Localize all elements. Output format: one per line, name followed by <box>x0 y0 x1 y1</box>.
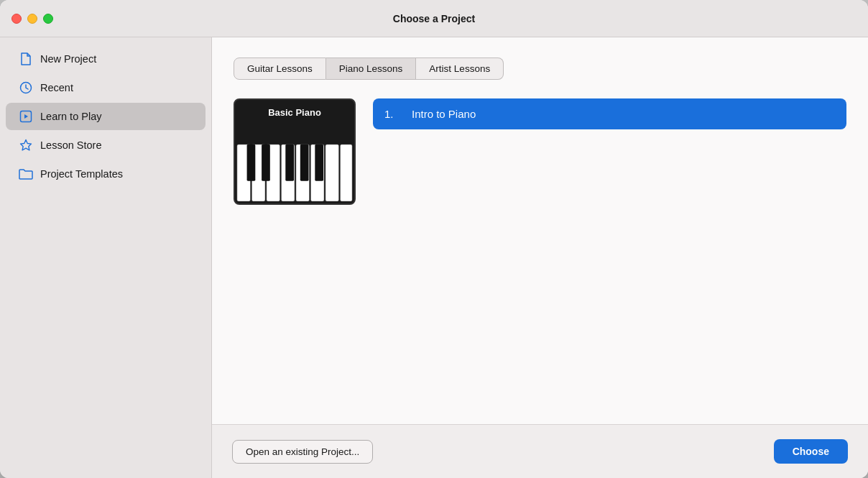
sidebar-label-project-templates: Project Templates <box>40 168 123 180</box>
lesson-item-1[interactable]: 1. Intro to Piano <box>373 98 846 129</box>
tab-piano-lessons[interactable]: Piano Lessons <box>326 58 417 80</box>
piano-thumbnail[interactable]: Basic Piano <box>234 98 356 205</box>
content-area: Guitar Lessons Piano Lessons Artist Less… <box>212 37 868 478</box>
minimize-button[interactable] <box>27 14 37 24</box>
sidebar-label-learn-to-play: Learn to Play <box>40 111 101 122</box>
sidebar-item-lesson-store[interactable]: Lesson Store <box>6 132 206 159</box>
piano-keys-svg <box>235 142 354 203</box>
svg-rect-16 <box>315 144 323 181</box>
sidebar-item-project-templates[interactable]: Project Templates <box>6 160 206 188</box>
window-title: Choose a Project <box>393 13 475 24</box>
play-square-icon <box>19 109 33 124</box>
star-icon <box>19 138 33 152</box>
folder-icon <box>19 167 33 181</box>
svg-rect-11 <box>340 144 352 201</box>
lesson-name-1: Intro to Piano <box>412 108 476 120</box>
sidebar-item-recent[interactable]: Recent <box>6 74 206 101</box>
clock-icon <box>19 81 33 95</box>
footer: Open an existing Project... Choose <box>212 424 868 478</box>
titlebar: Choose a Project <box>0 0 868 37</box>
sidebar-item-learn-to-play[interactable]: Learn to Play <box>6 103 206 130</box>
lesson-num-1: 1. <box>384 108 402 120</box>
maximize-button[interactable] <box>43 14 53 24</box>
tab-bar: Guitar Lessons Piano Lessons Artist Less… <box>234 58 846 80</box>
svg-rect-12 <box>247 144 256 181</box>
choose-button[interactable]: Choose <box>774 439 848 464</box>
tab-guitar-lessons[interactable]: Guitar Lessons <box>234 58 326 80</box>
piano-card-title: Basic Piano <box>235 100 354 124</box>
open-existing-button[interactable]: Open an existing Project... <box>232 440 373 464</box>
sidebar-label-recent: Recent <box>40 82 73 93</box>
svg-rect-10 <box>326 144 339 201</box>
svg-rect-13 <box>262 144 270 181</box>
sidebar: New Project Recent Lea <box>0 37 212 478</box>
svg-marker-2 <box>21 140 32 151</box>
close-button[interactable] <box>11 14 22 24</box>
doc-icon <box>19 52 33 66</box>
tab-artist-lessons[interactable]: Artist Lessons <box>416 58 504 80</box>
main-window: Choose a Project New Project <box>0 0 868 478</box>
sidebar-label-lesson-store: Lesson Store <box>40 139 101 151</box>
content-top: Guitar Lessons Piano Lessons Artist Less… <box>212 37 868 424</box>
svg-rect-15 <box>300 144 309 181</box>
lesson-content: Basic Piano <box>234 98 846 205</box>
main-content: New Project Recent Lea <box>0 37 868 478</box>
sidebar-item-new-project[interactable]: New Project <box>6 45 206 73</box>
svg-rect-14 <box>285 144 294 181</box>
lesson-list: 1. Intro to Piano <box>373 98 846 131</box>
traffic-lights <box>11 14 53 24</box>
sidebar-label-new-project: New Project <box>40 53 96 65</box>
